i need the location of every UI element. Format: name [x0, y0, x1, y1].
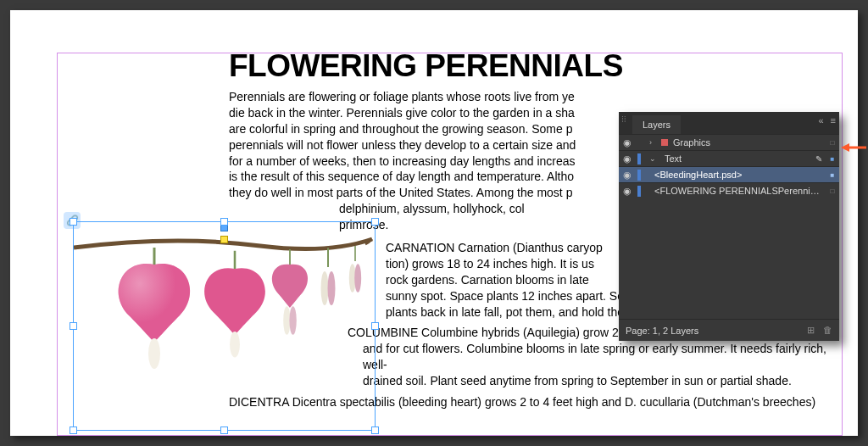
image-frame-bleeding-heart[interactable]: 🔗	[74, 222, 375, 430]
layer-row-graphics[interactable]: ◉ › Graphics □	[619, 134, 839, 150]
layer-row-text[interactable]: ◉ ⌄ Text ✎ ■	[619, 150, 839, 166]
layer-color-swatch	[661, 139, 668, 146]
layer-color-swatch	[637, 170, 641, 181]
app-frame: FLOWERING PERENNIALS Perennials are flow…	[0, 0, 868, 446]
sublayer-name[interactable]: <BleedingHeart.psd>	[636, 170, 826, 180]
select-indicator-icon[interactable]: □	[826, 139, 839, 147]
layer-sublayer-title[interactable]: ◉ <FLOWERING PERENNIALSPerennials ...> □	[619, 182, 839, 198]
visibility-icon[interactable]: ◉	[619, 170, 636, 181]
bleeding-heart-image	[74, 222, 375, 430]
layer-name[interactable]: Graphics	[671, 137, 826, 148]
pen-icon[interactable]: ✎	[812, 154, 826, 164]
select-indicator-icon[interactable]: □	[826, 187, 839, 195]
layer-sublayer-bleedingheart[interactable]: ◉ <BleedingHeart.psd> ■	[619, 166, 839, 182]
visibility-icon[interactable]: ◉	[619, 137, 636, 148]
select-indicator-icon[interactable]: ■	[826, 155, 839, 163]
panel-menu-icon[interactable]: ≡	[831, 115, 836, 125]
page-title: FLOWERING PERENNIALS	[229, 48, 841, 84]
annotation-arrow-icon	[841, 142, 866, 153]
layer-name[interactable]: Text	[658, 153, 812, 164]
visibility-icon[interactable]: ◉	[619, 186, 636, 197]
link-icon[interactable]: 🔗	[64, 212, 81, 229]
layers-panel[interactable]: ∷∷ Layers « ≡ ◉ › Graphics □ ◉ ⌄	[619, 112, 839, 341]
footer-status: Page: 1, 2 Layers	[626, 326, 698, 336]
panel-tabbar[interactable]: ∷∷ Layers « ≡	[619, 112, 839, 134]
select-indicator-icon[interactable]: ■	[826, 171, 839, 179]
svg-point-1	[148, 338, 160, 369]
svg-point-3	[230, 332, 240, 358]
svg-point-8	[328, 271, 336, 305]
selection-top-handle[interactable]	[221, 225, 227, 231]
disclosure-icon[interactable]: ›	[649, 138, 658, 147]
disclosure-icon[interactable]: ⌄	[649, 154, 658, 163]
svg-marker-14	[841, 143, 849, 152]
panel-collapse-icon[interactable]: «	[818, 115, 823, 125]
delete-layer-icon[interactable]: 🗑	[823, 325, 832, 336]
svg-point-5	[283, 306, 290, 335]
layer-color-swatch	[637, 153, 641, 164]
sublayer-name[interactable]: <FLOWERING PERENNIALSPerennials ...>	[636, 186, 826, 196]
visibility-icon[interactable]: ◉	[619, 153, 636, 164]
line: Perennials are flowering or foliage plan…	[229, 89, 841, 105]
svg-point-7	[321, 271, 329, 305]
svg-point-6	[289, 306, 296, 335]
layers-tab[interactable]: Layers	[632, 115, 681, 134]
new-layer-icon[interactable]: ⊞	[807, 325, 815, 336]
svg-point-11	[354, 264, 361, 293]
panel-footer: Page: 1, 2 Layers ⊞ 🗑	[619, 319, 839, 341]
layer-color-swatch	[637, 186, 641, 197]
content-handle[interactable]	[221, 237, 227, 243]
document-canvas[interactable]: FLOWERING PERENNIALS Perennials are flow…	[10, 10, 858, 436]
panel-grip-icon[interactable]: ∷∷	[622, 115, 626, 122]
